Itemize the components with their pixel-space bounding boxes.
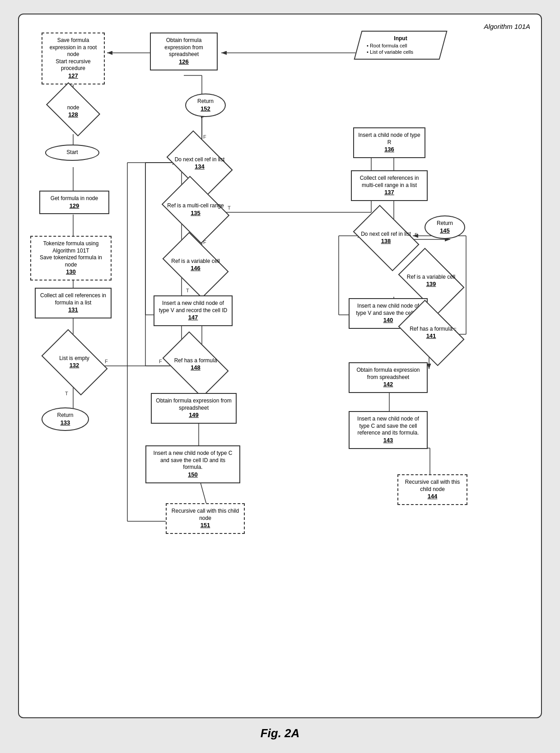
- node-151: Recursive call with this child node 151: [166, 503, 245, 534]
- node-141: Ref has a formula 141: [398, 313, 464, 353]
- node-132: List is empty 132: [42, 342, 107, 383]
- node-148: Ref has a formula 148: [162, 344, 229, 385]
- node-138: Do next cell ref in list 138: [353, 218, 419, 258]
- diagram-area: T F T F F T: [28, 28, 532, 669]
- fig-label: Fig. 2A: [261, 726, 300, 740]
- node-133: Return 133: [42, 407, 89, 431]
- node-144: Recursive call with this child node 144: [397, 474, 467, 505]
- node-127: Save formula expression in a root node S…: [42, 33, 105, 84]
- node-149: Obtain formula expression from spreadshe…: [151, 393, 237, 424]
- node-128: node 128: [42, 94, 105, 130]
- node-137: Collect cell references in multi-cell ra…: [351, 170, 428, 201]
- node-130: Tokenize formula using Algorithm 101T Sa…: [30, 236, 112, 281]
- node-134: Do next cell ref in list 134: [166, 143, 233, 184]
- node-start: Start: [45, 145, 99, 161]
- node-145: Return 145: [425, 215, 465, 239]
- node-150: Insert a new child node of type C and sa…: [145, 445, 240, 483]
- node-135: Ref is a multi-cell range 135: [162, 188, 229, 231]
- node-131: Collect all cell references in formula i…: [35, 288, 112, 318]
- node-136: Insert a child node of type R 136: [353, 127, 425, 158]
- node-152: Return 152: [185, 94, 226, 117]
- svg-text:T: T: [65, 391, 68, 396]
- node-129: Get formula in node 129: [39, 191, 109, 214]
- svg-text:F: F: [203, 134, 206, 140]
- svg-text:T: T: [186, 288, 189, 293]
- node-147: Insert a new child node of type V and re…: [154, 295, 233, 326]
- node-139: Ref is a variable cell 139: [398, 261, 464, 301]
- node-146: Ref is a variable cell 146: [162, 245, 229, 285]
- page-container: Algorithm 101A: [18, 14, 542, 718]
- node-125: Input • Root formula cell • List of vari…: [358, 31, 443, 60]
- node-143: Insert a new child node of type C and sa…: [349, 411, 428, 449]
- node-126: Obtain formula expression from spreadshe…: [150, 33, 218, 70]
- node-142: Obtain formula expression from spreadshe…: [349, 362, 428, 393]
